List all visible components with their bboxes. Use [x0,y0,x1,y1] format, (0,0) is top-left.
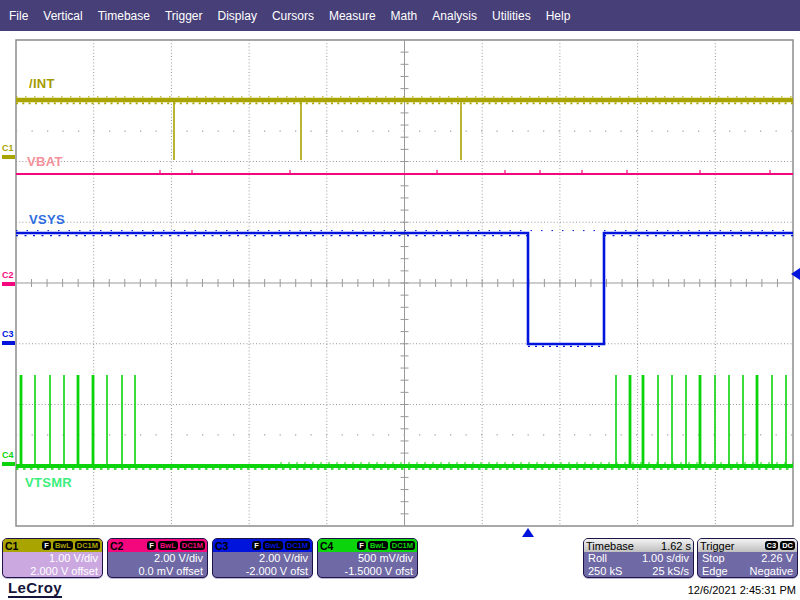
timebase-mode: Roll [588,552,607,565]
channel-scale: 500 mV/div [318,552,417,565]
channel-box-c4[interactable]: C4FBwLDC1M500 mV/div-1.5000 V ofst [317,538,418,578]
channel-offset: -1.5000 V ofst [318,565,417,578]
trigger-source-badge: C3 [765,541,779,550]
trigger-title: Trigger [700,540,734,552]
trigger-level-marker[interactable] [791,268,800,280]
dc1m-badge: DC1M [390,541,415,550]
channel-marker-label: C4 [2,451,15,460]
channel-zero-dash [2,282,15,286]
f-badge: F [357,541,366,550]
channel-id: C2 [110,540,123,552]
channel-id: C3 [215,540,228,552]
channel-zero-dash [2,462,15,466]
trigger-slope: Negative [750,565,793,578]
bwl-badge: BwL [53,541,73,550]
channel-box-c1[interactable]: C1FBwLDC1M1.00 V/div2.000 V offset [2,538,103,578]
trigger-position-marker[interactable] [522,528,534,537]
dc1m-badge: DC1M [285,541,310,550]
bwl-badge: BwL [263,541,283,550]
bwl-badge: BwL [158,541,178,550]
trace-label-int: /INT [29,76,55,91]
channel-offset: -2.000 V ofst [213,565,312,578]
trigger-coupling-badge: DC [780,541,795,550]
c1-offset-marker[interactable]: C1 [2,144,15,159]
grid [16,40,793,526]
trace-label-vbat: VBAT [27,154,63,169]
channel-offset: 0.0 mV offset [108,565,207,578]
channel-marker-label: C2 [2,271,15,280]
channel-id: C1 [5,540,18,552]
trace-label-vtsmr: VTSMR [25,475,72,490]
timebase-rate: 25 kS/s [652,565,689,578]
trigger-type: Edge [702,565,728,578]
trigger-level: 2.26 V [761,552,793,565]
timebase-scale: 1.00 s/div [642,552,689,565]
channel-marker-label: C3 [2,330,15,339]
channel-zero-dash [2,155,15,159]
channel-offset: 2.000 V offset [3,565,102,578]
timebase-value: 1.62 s [661,540,691,552]
dc1m-badge: DC1M [180,541,205,550]
channel-scale: 2.00 V/div [213,552,312,565]
timebase-box[interactable]: Timebase 1.62 s Roll 1.00 s/div 250 kS 2… [583,538,694,578]
trigger-box[interactable]: Trigger C3 DC Stop 2.26 V Edge Negative [697,538,798,578]
timebase-title: Timebase [586,540,634,552]
channel-scale: 2.00 V/div [108,552,207,565]
f-badge: F [252,541,261,550]
bwl-badge: BwL [368,541,388,550]
dc1m-badge: DC1M [75,541,100,550]
f-badge: F [147,541,156,550]
trigger-mode: Stop [702,552,725,565]
f-badge: F [42,541,51,550]
channel-box-c2[interactable]: C2FBwLDC1M2.00 V/div0.0 mV offset [107,538,208,578]
timebase-samples: 250 kS [588,565,622,578]
c4-offset-marker[interactable]: C4 [2,451,15,466]
c2-offset-marker[interactable]: C2 [2,271,15,286]
trace-label-vsys: VSYS [29,212,65,227]
c3-offset-marker[interactable]: C3 [2,330,15,345]
lecroy-logo: LeCroy [8,579,62,598]
channel-marker-label: C1 [2,144,15,153]
channel-scale: 1.00 V/div [3,552,102,565]
channel-zero-dash [2,341,15,345]
timestamp: 12/6/2021 2:45:31 PM [688,584,796,596]
channel-id: C4 [320,540,333,552]
graticule [0,0,800,540]
channel-box-c3[interactable]: C3FBwLDC1M2.00 V/div-2.000 V ofst [212,538,313,578]
